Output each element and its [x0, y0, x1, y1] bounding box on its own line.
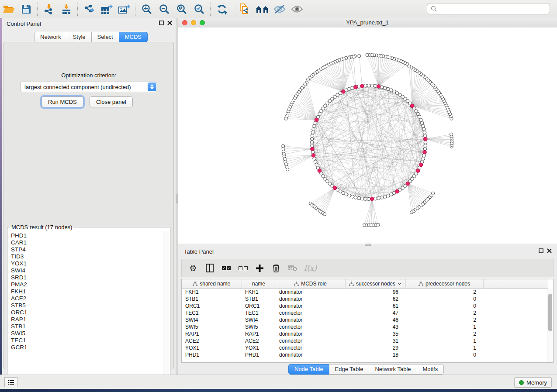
- memory-button[interactable]: Memory: [514, 377, 552, 388]
- search-field[interactable]: [427, 3, 550, 14]
- network-window: YPA_prune.txt_1: [178, 18, 557, 244]
- column-header-name[interactable]: name: [242, 279, 276, 289]
- table-row[interactable]: STB1STB1dominator620: [182, 296, 548, 303]
- table-row[interactable]: SWI4SWI4dominator462: [182, 316, 548, 323]
- toolbar-separator: [233, 3, 234, 16]
- table-row[interactable]: ORC1ORC1dominator610: [182, 303, 548, 309]
- zoom-selected-icon[interactable]: [190, 2, 208, 17]
- table-cell: 47: [345, 309, 405, 316]
- table-row[interactable]: TEC1TEC1connector472: [182, 309, 548, 316]
- save-session-icon[interactable]: [17, 2, 35, 17]
- mcds-result-item[interactable]: TID3: [11, 253, 163, 260]
- task-history-button[interactable]: [4, 377, 17, 387]
- deselect-all-icon[interactable]: [238, 262, 248, 274]
- export-network-icon[interactable]: [80, 2, 98, 17]
- mcds-result-item[interactable]: STP4: [11, 246, 163, 253]
- table-row[interactable]: FKH1FKH1dominator962: [182, 289, 548, 296]
- float-panel-icon[interactable]: [159, 21, 164, 25]
- mcds-result-item[interactable]: RAP1: [11, 316, 163, 323]
- mcds-result-item[interactable]: STB1: [11, 323, 163, 330]
- network-canvas[interactable]: [178, 28, 557, 244]
- table-cell: dominator: [276, 330, 345, 337]
- hide-selected-icon[interactable]: [271, 2, 288, 17]
- mcds-result-item[interactable]: GCR1: [11, 344, 163, 351]
- close-panel-icon[interactable]: [167, 21, 172, 25]
- zoom-out-icon[interactable]: [156, 2, 173, 17]
- table-row[interactable]: SWI5SWI5connector431: [182, 323, 548, 330]
- table-panel-title: Table Panel: [184, 248, 214, 255]
- tab-mcds[interactable]: MCDS: [119, 32, 148, 42]
- show-all-icon[interactable]: [288, 2, 306, 17]
- select-all-icon[interactable]: ✓✓: [221, 262, 232, 274]
- table-tab-edge-table[interactable]: Edge Table: [329, 364, 370, 375]
- zoom-in-icon[interactable]: [138, 2, 156, 17]
- add-column-icon[interactable]: [254, 262, 265, 274]
- table-tab-node-table[interactable]: Node Table: [288, 364, 329, 375]
- column-header-MCDS-role[interactable]: MCDS role: [276, 279, 345, 289]
- float-table-panel-icon[interactable]: [539, 248, 543, 253]
- mcds-result-item[interactable]: CAR1: [11, 239, 163, 246]
- copy-network-icon[interactable]: [236, 2, 253, 17]
- table-cell: 96: [345, 289, 405, 296]
- mcds-result-item[interactable]: STB5: [11, 302, 163, 309]
- table-settings-gear-icon[interactable]: ⚙: [188, 262, 198, 274]
- mcds-result-item[interactable]: PHD1: [11, 232, 163, 239]
- close-table-panel-icon[interactable]: [547, 248, 552, 253]
- import-network-icon[interactable]: [40, 2, 58, 17]
- mcds-result-item[interactable]: PMA2: [11, 281, 163, 288]
- table-tab-network-table[interactable]: Network Table: [369, 364, 417, 375]
- mcds-result-group: MCDS result (17 nodes) PHD1CAR1STP4TID3Y…: [7, 224, 170, 385]
- table-cell: SWI5: [182, 323, 242, 330]
- mcds-result-item[interactable]: ACE2: [11, 295, 163, 302]
- mcds-result-item[interactable]: SWI4: [11, 267, 163, 274]
- table-cell: [483, 296, 548, 303]
- mcds-result-item[interactable]: SWI5: [11, 330, 163, 337]
- export-image-icon[interactable]: [115, 2, 133, 17]
- column-visibility-icon[interactable]: [204, 262, 215, 274]
- network-window-titlebar[interactable]: YPA_prune.txt_1: [178, 18, 557, 28]
- mcds-result-item[interactable]: SRD1: [11, 274, 163, 281]
- table-cell: 61: [345, 303, 405, 309]
- toolbar-separator: [37, 3, 38, 16]
- control-panel-title: Control Panel: [7, 21, 41, 27]
- table-panel: Table Panel ⚙ ✓✓: [178, 246, 557, 375]
- delete-column-icon[interactable]: [271, 262, 281, 274]
- mcds-result-scrollbar[interactable]: [163, 231, 170, 384]
- table-cell: RAP1: [182, 330, 242, 337]
- network-canvas-svg: [178, 28, 557, 244]
- mcds-result-item[interactable]: TEC1: [11, 337, 163, 344]
- shared-column-icon: [419, 282, 423, 286]
- table-scrollbar-thumb[interactable]: [548, 294, 552, 331]
- table-tab-motifs[interactable]: Motifs: [417, 364, 444, 375]
- mcds-result-list[interactable]: PHD1CAR1STP4TID3YOX1SWI4SRD1PMA2FKH1ACE2…: [8, 231, 163, 384]
- mcds-result-item[interactable]: ORC1: [11, 309, 163, 316]
- open-file-icon[interactable]: [0, 2, 17, 17]
- column-header-shared-name[interactable]: shared name: [182, 279, 242, 289]
- run-mcds-button[interactable]: Run MCDS: [42, 96, 83, 107]
- table-row[interactable]: PHD1PHD1dominator180: [182, 351, 548, 358]
- table-row[interactable]: YOX1YOX1connector291: [182, 344, 548, 351]
- zoom-fit-icon[interactable]: [173, 2, 190, 17]
- table-cell: [483, 309, 548, 316]
- import-table-icon[interactable]: [58, 2, 75, 17]
- refresh-icon[interactable]: [213, 2, 231, 17]
- mcds-tab-content: Optimization criterion: largest connecte…: [3, 42, 174, 369]
- mcds-result-item[interactable]: YOX1: [11, 260, 163, 267]
- tab-style[interactable]: Style: [67, 32, 92, 42]
- first-neighbors-icon[interactable]: [253, 2, 271, 17]
- tab-select[interactable]: Select: [91, 32, 119, 42]
- table-row[interactable]: RAP1RAP1dominator352: [182, 330, 548, 337]
- export-table-icon[interactable]: [98, 2, 115, 17]
- mcds-result-item[interactable]: FKH1: [11, 288, 163, 295]
- table-panel-titlebar: Table Panel: [178, 246, 557, 257]
- close-panel-button[interactable]: Close panel: [90, 96, 133, 107]
- table-cell: [483, 330, 548, 337]
- column-header-predecessor-nodes[interactable]: predecessor nodes: [405, 279, 483, 289]
- column-header-successor-nodes[interactable]: successor nodes: [345, 279, 405, 289]
- tab-network[interactable]: Network: [34, 32, 67, 42]
- table-scrollbar[interactable]: [547, 289, 553, 362]
- table-row[interactable]: ACE2ACE2connector311: [182, 337, 548, 344]
- table-cell: 1: [405, 344, 483, 351]
- search-input[interactable]: [439, 5, 546, 13]
- criterion-dropdown[interactable]: largest connected component (undirected): [20, 82, 157, 92]
